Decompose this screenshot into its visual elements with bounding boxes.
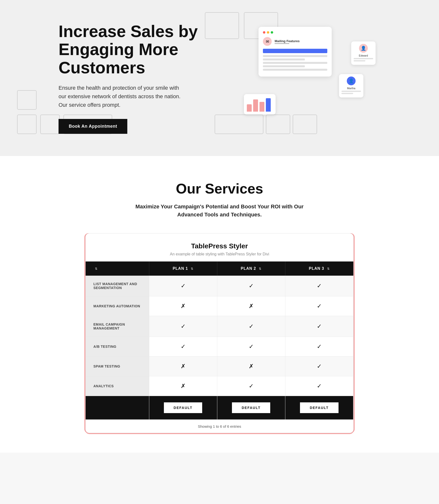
hero-title: Increase Sales by Engaging More Customer… xyxy=(59,22,205,77)
cross-icon: ✗ xyxy=(181,383,186,389)
bar-chart xyxy=(247,97,273,112)
cell-feature-5: ANALYTICS xyxy=(85,376,149,396)
bar-2 xyxy=(253,99,258,112)
cell-plan2-0: ✓ xyxy=(217,276,285,296)
cell-plan2-1: ✗ xyxy=(217,296,285,316)
cell-plan3-4: ✓ xyxy=(285,357,353,376)
profile-card-martha: 👤 Martha xyxy=(339,74,363,97)
ui-bar-blue xyxy=(263,49,327,53)
check-icon: ✓ xyxy=(317,323,322,329)
bar-3 xyxy=(259,102,264,112)
profile-line-edward-1 xyxy=(354,58,373,59)
table-container: TablePress Styler An example of table st… xyxy=(85,233,354,433)
card-underline xyxy=(275,43,289,44)
table-header-row: ⇅ PLAN 1 ⇅ PLAN 2 ⇅ PLAN 3 ⇅ xyxy=(85,261,354,276)
table-row: MARKETING AUTOMATION✗✗✓ xyxy=(85,296,354,316)
default-button-3[interactable]: DEFAULT xyxy=(300,402,339,413)
cross-icon: ✗ xyxy=(249,303,254,309)
dot-yellow xyxy=(267,31,269,34)
cell-plan3-0: ✓ xyxy=(285,276,353,296)
deco-box-tr1 xyxy=(205,12,239,39)
table-row: SPAM TESTING✗✗✓ xyxy=(85,357,354,376)
check-icon: ✓ xyxy=(317,383,322,389)
services-section: Our Services Maximize Your Campaign's Po… xyxy=(0,156,439,453)
default-button-2[interactable]: DEFAULT xyxy=(232,402,270,413)
avatar-martha: 👤 xyxy=(347,77,356,85)
deco-box-left3 xyxy=(40,115,60,134)
dot-green xyxy=(271,31,273,34)
ui-line-2 xyxy=(263,59,305,60)
hero-description: Ensure the health and protection of your… xyxy=(59,84,185,109)
cell-feature-4: SPAM TESTING xyxy=(85,357,149,376)
cell-plan1-2: ✓ xyxy=(149,316,217,337)
cell-plan3-2: ✓ xyxy=(285,316,353,337)
col-header-feature[interactable]: ⇅ xyxy=(85,261,149,276)
cell-feature-2: EMAIL CAMPAIGN MANAGEMENT xyxy=(85,316,149,337)
cell-plan3-1: ✓ xyxy=(285,296,353,316)
tablepress-title: TablePress Styler xyxy=(95,242,344,250)
mail-icon: ✉ xyxy=(263,37,272,46)
card-label-block: Mailing Features xyxy=(275,39,300,44)
services-title: Our Services xyxy=(0,180,439,197)
check-icon: ✓ xyxy=(181,282,186,289)
card-title: Mailing Features xyxy=(275,39,300,43)
cell-plan2-2: ✓ xyxy=(217,316,285,337)
ui-mockup-card: ✉ Mailing Features xyxy=(258,27,332,77)
ui-line-1 xyxy=(263,55,327,57)
profile-line-edward-2 xyxy=(354,60,365,61)
table-header-block: TablePress Styler An example of table st… xyxy=(85,234,354,261)
sort-icon-plan3: ⇅ xyxy=(327,267,330,270)
table-row: A/B TESTING✓✓✓ xyxy=(85,337,354,357)
profile-name-edward: Edward xyxy=(354,54,373,57)
cross-icon: ✗ xyxy=(249,363,254,369)
services-subtitle: Maximize Your Campaign's Potential and B… xyxy=(132,202,307,219)
cell-plan3-5: ✓ xyxy=(285,376,353,396)
table-row: ANALYTICS✗✓✓ xyxy=(85,376,354,396)
cell-plan1-1: ✗ xyxy=(149,296,217,316)
bar-1 xyxy=(247,104,252,112)
cell-plan1-5: ✗ xyxy=(149,376,217,396)
table-row: LIST MANAGEMENT AND SEGMENTATION✓✓✓ xyxy=(85,276,354,296)
profile-card-edward: 👤 Edward xyxy=(351,41,376,65)
ui-line-3 xyxy=(263,62,327,64)
window-dots xyxy=(263,31,327,34)
check-icon: ✓ xyxy=(249,323,254,329)
footer-cell-0: DEFAULT xyxy=(149,396,217,420)
table-footer-row: DEFAULTDEFAULTDEFAULT xyxy=(85,396,354,420)
footer-empty-cell xyxy=(85,396,149,420)
check-icon: ✓ xyxy=(317,282,322,289)
table-row: EMAIL CAMPAIGN MANAGEMENT✓✓✓ xyxy=(85,316,354,337)
ui-line-4 xyxy=(263,65,305,67)
col-header-plan2[interactable]: PLAN 2 ⇅ xyxy=(217,261,285,276)
check-icon: ✓ xyxy=(249,383,254,389)
cell-plan1-3: ✓ xyxy=(149,337,217,357)
comparison-table: ⇅ PLAN 1 ⇅ PLAN 2 ⇅ PLAN 3 ⇅ xyxy=(85,261,354,420)
col-header-plan3[interactable]: PLAN 3 ⇅ xyxy=(285,261,353,276)
cell-plan1-4: ✗ xyxy=(149,357,217,376)
cell-plan2-4: ✗ xyxy=(217,357,285,376)
footer-cell-2: DEFAULT xyxy=(285,396,353,420)
cell-plan2-3: ✓ xyxy=(217,337,285,357)
check-icon: ✓ xyxy=(317,343,322,350)
check-icon: ✓ xyxy=(181,323,186,329)
deco-box-left2 xyxy=(17,115,37,134)
tablepress-subtitle: An example of table styling with TablePr… xyxy=(95,252,344,256)
cell-feature-1: MARKETING AUTOMATION xyxy=(85,296,149,316)
hero-content: Increase Sales by Engaging More Customer… xyxy=(59,22,205,134)
profile-line-martha-1 xyxy=(341,91,361,92)
bar-chart-card xyxy=(244,94,276,115)
default-button-1[interactable]: DEFAULT xyxy=(164,402,202,413)
sort-icon-feature: ⇅ xyxy=(95,267,98,270)
sort-icon-plan1: ⇅ xyxy=(191,267,193,270)
check-icon: ✓ xyxy=(317,363,322,369)
check-icon: ✓ xyxy=(249,343,254,350)
cell-feature-3: A/B TESTING xyxy=(85,337,149,357)
col-header-plan1[interactable]: PLAN 1 ⇅ xyxy=(149,261,217,276)
deco-box-left1 xyxy=(17,90,37,110)
book-appointment-button[interactable]: Book An Appointment xyxy=(59,119,127,134)
card-header: ✉ Mailing Features xyxy=(263,37,327,46)
hero-illustration: ✉ Mailing Features 👤 xyxy=(244,20,376,122)
cell-plan2-5: ✓ xyxy=(217,376,285,396)
profile-name-martha: Martha xyxy=(341,87,361,90)
sort-icon-plan2: ⇅ xyxy=(259,267,261,270)
